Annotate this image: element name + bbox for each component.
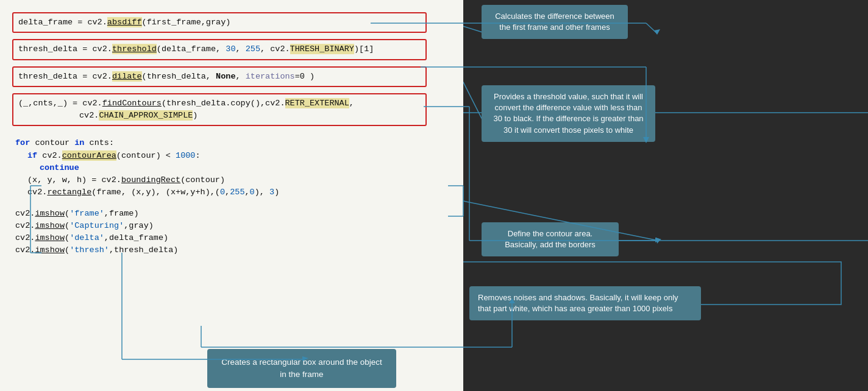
annotation-bottom-right-text: Removes noises and shadows. Basically, i… xyxy=(478,293,678,313)
annotation-middle-1-text: Provides a threshold value, such that it… xyxy=(493,92,643,135)
imshow-thresh: cv2.imshow('thresh',thresh_delta) xyxy=(15,244,451,256)
connector-lines xyxy=(463,0,868,391)
main-container: delta_frame = cv2.absdiff(first_frame,gr… xyxy=(0,0,868,391)
code-block-1: delta_frame = cv2.absdiff(first_frame,gr… xyxy=(12,12,427,33)
annotations-panel: Calculates the difference between the fi… xyxy=(463,0,868,391)
imshow-frame: cv2.imshow('frame',frame) xyxy=(15,208,451,220)
free-code-section: for contour in cnts: if cv2.contourArea(… xyxy=(12,137,451,256)
code-block-2: thresh_delta = cv2.threshold(delta_frame… xyxy=(12,39,427,60)
code-block-3: thresh_delta = cv2.dilate(thresh_delta, … xyxy=(12,66,427,87)
code-line-3: thresh_delta = cv2.dilate(thresh_delta, … xyxy=(18,71,421,83)
code-line-4b: cv2.CHAIN_APPROX_SIMPLE) xyxy=(18,110,421,122)
annotation-bottom-center-text: Creates a rectangular box around the obj… xyxy=(221,358,382,379)
imshow-capturing: cv2.imshow('Capturing',gray) xyxy=(15,220,451,232)
for-line: for contour in cnts: xyxy=(15,137,451,149)
code-line-2: thresh_delta = cv2.threshold(delta_frame… xyxy=(18,43,421,55)
annotation-top-right-text: Calculates the difference between the fi… xyxy=(495,12,614,32)
code-line-4a: (_,cnts,_) = cv2.findContours(thresh_del… xyxy=(18,97,421,110)
annotation-middle-2-text: Define the contour area. Basically, add … xyxy=(505,229,596,249)
annotation-middle-2: Define the contour area. Basically, add … xyxy=(482,222,619,256)
annotation-top-right: Calculates the difference between the fi… xyxy=(482,5,628,39)
continue-line: continue xyxy=(15,162,451,174)
annotation-bottom-center: Creates a rectangular box around the obj… xyxy=(207,349,396,389)
rectangle-line: cv2.rectangle(frame, (x,y), (x+w,y+h),(0… xyxy=(15,186,451,199)
code-block-4: (_,cnts,_) = cv2.findContours(thresh_del… xyxy=(12,93,427,127)
if-line: if cv2.contourArea(contour) < 1000: xyxy=(15,150,451,162)
code-line-1: delta_frame = cv2.absdiff(first_frame,gr… xyxy=(18,16,421,29)
annotation-middle-1: Provides a threshold value, such that it… xyxy=(482,85,655,142)
bounding-line: (x, y, w, h) = cv2.boundingRect(contour) xyxy=(15,174,451,186)
code-panel: delta_frame = cv2.absdiff(first_frame,gr… xyxy=(0,0,463,391)
imshow-delta: cv2.imshow('delta',delta_frame) xyxy=(15,232,451,244)
annotation-bottom-right: Removes noises and shadows. Basically, i… xyxy=(469,286,701,320)
